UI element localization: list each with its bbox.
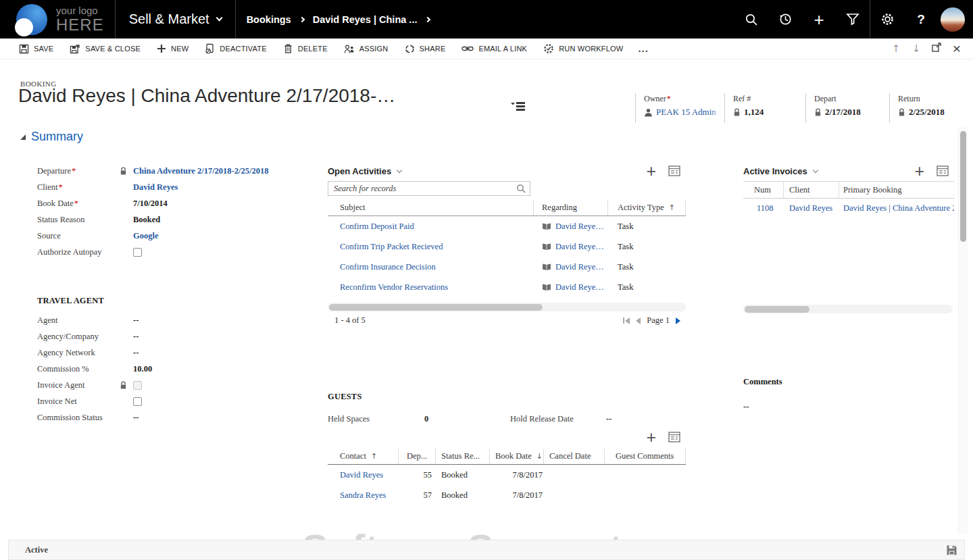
invoice-primary-booking-link[interactable]: David Reyes | China Adventure 2 — [843, 203, 954, 213]
open-associated-view-icon[interactable] — [668, 432, 680, 442]
activity-subject-link[interactable]: Reconfirm Vendor Reservations — [340, 282, 448, 292]
help-icon[interactable]: ? — [904, 0, 938, 39]
deactivate-button[interactable]: DEACTIVATE — [197, 39, 274, 59]
open-associated-view-icon[interactable] — [668, 166, 680, 176]
column-contact[interactable]: Contact↑ — [328, 449, 399, 464]
popout-icon[interactable] — [928, 40, 945, 57]
column-dep[interactable]: Dep... — [399, 449, 436, 464]
guests-section: GUESTS Held Spaces 0 Hold Release Date -… — [328, 392, 686, 505]
comments-value[interactable]: -- — [743, 402, 782, 412]
open-associated-view-icon[interactable] — [937, 166, 949, 176]
next-page-icon[interactable] — [676, 317, 680, 324]
filter-icon[interactable] — [836, 0, 870, 39]
activity-type: Task — [608, 262, 686, 272]
agent-value[interactable]: -- — [133, 315, 139, 326]
active-invoices-view-selector[interactable]: Active Invoices — [743, 166, 818, 176]
activity-regarding-link[interactable]: David Reyes |... — [555, 222, 605, 232]
owner-link[interactable]: PEAK 15 Admin — [656, 107, 722, 118]
column-activity-type[interactable]: Activity Type↑ — [608, 200, 686, 215]
nav-right-icons: + ? — [734, 0, 973, 39]
form-selector-icon[interactable] — [511, 101, 526, 113]
activity-regarding-link[interactable]: David Reyes |... — [555, 262, 605, 272]
client-link[interactable]: David Reyes — [133, 182, 178, 193]
commission-pct-value[interactable]: 10.00 — [133, 364, 152, 374]
user-avatar[interactable] — [941, 7, 965, 32]
activity-subject-link[interactable]: Confirm Trip Packet Recieved — [340, 242, 443, 251]
scroll-down-icon[interactable]: ↓ — [908, 40, 924, 57]
authorize-autopay-checkbox[interactable] — [133, 248, 142, 257]
activity-subject-link[interactable]: Confirm Deposit Paid — [340, 222, 414, 231]
field-agent: Agent -- — [37, 312, 328, 328]
activity-subject-link[interactable]: Confirm Insurance Decision — [340, 262, 436, 272]
share-button[interactable]: SHARE — [397, 39, 454, 59]
breadcrumb-record[interactable]: David Reyes | China ... — [313, 14, 418, 25]
guests-title: GUESTS — [328, 392, 686, 402]
column-num[interactable]: Num — [743, 182, 784, 198]
chevron-down-icon — [397, 167, 402, 172]
guest-contact-link[interactable]: Sandra Reyes — [340, 490, 386, 500]
email-link-button[interactable]: EMAIL A LINK — [453, 39, 535, 59]
settings-gear-icon[interactable] — [870, 0, 904, 39]
assign-button[interactable]: ASSIGN — [336, 39, 397, 59]
vertical-scrollbar[interactable] — [958, 127, 968, 534]
column-guest-comments[interactable]: Guest Comments — [605, 449, 686, 464]
column-regarding[interactable]: Regarding — [534, 200, 608, 215]
recent-history-icon[interactable] — [768, 0, 802, 39]
invoice-net-checkbox[interactable] — [133, 397, 142, 406]
add-guest-button[interactable]: + — [646, 430, 656, 444]
horizontal-scrollbar[interactable] — [743, 305, 953, 313]
invoice-num-link[interactable]: 1108 — [757, 203, 774, 213]
column-client[interactable]: Client — [784, 182, 839, 198]
status-bar: Active — [8, 540, 965, 560]
run-workflow-icon — [543, 43, 554, 54]
book-date-value[interactable]: 7/10/2014 — [133, 199, 168, 209]
field-commission-pct: Commission % 10.00 — [37, 361, 328, 377]
app-menu[interactable]: Sell & Market — [116, 0, 235, 39]
create-record-icon[interactable]: + — [802, 0, 836, 39]
search-icon[interactable] — [734, 0, 768, 39]
first-page-icon[interactable] — [623, 317, 630, 324]
breadcrumb-bookings[interactable]: Bookings — [247, 14, 291, 25]
column-book-date[interactable]: Book Date↓ — [490, 449, 544, 464]
scroll-up-icon[interactable]: ↑ — [888, 40, 904, 57]
held-spaces-value[interactable]: 0 — [424, 414, 510, 424]
activity-regarding-link[interactable]: David Reyes |... — [555, 242, 605, 252]
more-commands-button[interactable]: ... — [631, 39, 655, 59]
field-book-date: Book Date* 7/10/2014 — [37, 195, 328, 211]
search-input[interactable] — [334, 184, 516, 194]
source-link[interactable]: Google — [133, 231, 159, 241]
column-cancel-date[interactable]: Cancel Date — [544, 449, 605, 464]
departure-link[interactable]: China Adventure 2/17/2018-2/25/2018 — [133, 166, 268, 176]
save-status-icon[interactable] — [946, 544, 957, 556]
field-status-reason: Status Reason Booked — [37, 211, 328, 228]
horizontal-scrollbar[interactable] — [328, 303, 686, 311]
column-subject[interactable]: Subject — [328, 200, 534, 215]
hold-release-value[interactable]: -- — [606, 414, 612, 424]
scrollbar-thumb[interactable] — [960, 131, 966, 242]
guest-contact-link[interactable]: David Reyes — [340, 470, 383, 480]
save-and-close-button[interactable]: SAVE & CLOSE — [61, 39, 149, 59]
agency-company-value[interactable]: -- — [133, 332, 139, 342]
add-activity-button[interactable]: + — [646, 164, 656, 178]
commission-status-value[interactable]: -- — [133, 413, 139, 423]
delete-button[interactable]: DELETE — [275, 39, 336, 59]
save-button[interactable]: SAVE — [11, 39, 61, 59]
activity-regarding-link[interactable]: David Reyes |... — [555, 282, 605, 292]
logo[interactable]: your logo HERE — [0, 0, 115, 39]
status-reason-value[interactable]: Booked — [133, 215, 160, 225]
close-icon[interactable]: × — [949, 40, 965, 57]
previous-page-icon[interactable] — [636, 317, 641, 324]
page-indicator: Page 1 — [647, 315, 670, 326]
column-primary-booking[interactable]: Primary Booking — [839, 182, 954, 198]
invoice-client-link[interactable]: David Reyes — [789, 203, 832, 213]
agency-network-value[interactable]: -- — [133, 348, 139, 358]
record-search-box — [328, 181, 530, 196]
new-button[interactable]: NEW — [149, 39, 197, 59]
tab-summary[interactable]: Summary — [20, 130, 83, 144]
add-invoice-button[interactable]: + — [914, 164, 924, 178]
column-status-reason[interactable]: Status Re... — [436, 449, 490, 464]
lock-icon — [814, 108, 822, 117]
open-activities-view-selector[interactable]: Open Activities — [328, 166, 401, 176]
run-workflow-button[interactable]: RUN WORKFLOW — [535, 39, 631, 59]
new-icon — [157, 44, 166, 53]
